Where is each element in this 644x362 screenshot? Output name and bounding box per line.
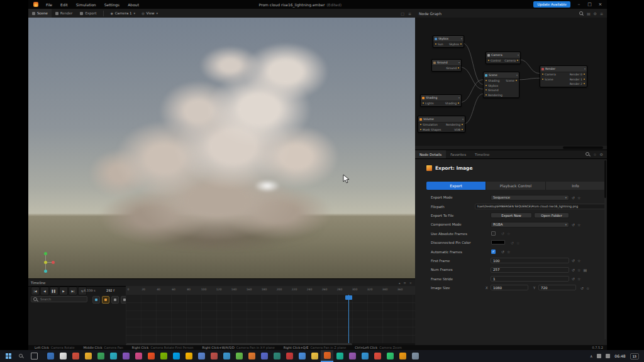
graph-node-shading[interactable]: Shading▾LightsShading xyxy=(420,94,462,107)
menu-icon[interactable]: ≡ xyxy=(600,11,603,16)
expand-icon[interactable]: □ xyxy=(401,11,404,16)
favorite-icon[interactable]: ☆ xyxy=(577,222,580,227)
graph-node-camera[interactable]: Camera▾ControlCamera xyxy=(486,52,521,64)
input-pin[interactable]: Ground xyxy=(486,88,499,93)
num-frames-input[interactable]: 257 xyxy=(491,267,569,273)
output-pin[interactable]: Camera xyxy=(504,58,518,63)
tab-export[interactable]: Export xyxy=(76,9,100,18)
pause-button[interactable]: ▌▌ xyxy=(50,287,58,295)
jump-end-button[interactable]: ▶| xyxy=(69,287,77,295)
taskbar-app-3[interactable] xyxy=(69,350,82,362)
scrollbar-handle[interactable] xyxy=(563,146,603,149)
input-pin[interactable]: Simulation xyxy=(420,123,438,128)
grid-icon[interactable]: ▤ xyxy=(583,268,587,272)
gear-icon[interactable]: ⚙ xyxy=(594,11,597,16)
tray-icon[interactable] xyxy=(597,354,601,358)
image-height-input[interactable]: 720 xyxy=(538,285,576,290)
taskbar-app-11[interactable] xyxy=(170,350,182,362)
input-pin[interactable]: Shading xyxy=(486,79,499,84)
output-pin[interactable]: Render 1 xyxy=(570,77,585,82)
maximize-icon[interactable]: □ xyxy=(584,0,595,9)
taskbar-app-15[interactable] xyxy=(220,350,233,362)
taskbar-app-9[interactable] xyxy=(145,350,157,362)
taskbar-app-17[interactable] xyxy=(245,350,258,362)
playhead-marker[interactable] xyxy=(345,295,352,300)
component-mode-select[interactable]: RGBA ▾ xyxy=(491,222,569,228)
filter-volumes-icon[interactable] xyxy=(111,296,119,304)
image-width-input[interactable]: 1080 xyxy=(491,285,528,290)
camera-select[interactable]: ◉ Camera 1 ▾ xyxy=(107,11,138,15)
graph-node-scene[interactable]: Scene▾ShadingSceneSkyboxGroundRendering xyxy=(483,72,519,98)
playhead-line[interactable] xyxy=(348,295,349,343)
grid-icon[interactable]: ▤ xyxy=(587,11,591,16)
reset-icon[interactable]: ↺ xyxy=(580,286,584,290)
taskbar-app-28[interactable] xyxy=(384,350,396,362)
favorite-icon[interactable]: ☆ xyxy=(507,231,510,236)
taskbar-app-4[interactable] xyxy=(82,350,94,362)
automatic-frames-checkbox[interactable]: ✓ xyxy=(491,250,496,254)
tab-timeline[interactable]: Timeline xyxy=(470,150,494,158)
reset-icon[interactable]: ↺ xyxy=(501,250,504,254)
search-icon[interactable] xyxy=(579,11,584,16)
taskbar-app-14[interactable] xyxy=(208,350,220,362)
open-folder-button[interactable]: Open Folder xyxy=(534,212,569,218)
export-mode-select[interactable]: Sequence ▾ xyxy=(491,195,569,200)
reset-icon[interactable]: ↺ xyxy=(572,258,575,263)
timeline-ruler[interactable]: 0204060801001201401601802002202402602803… xyxy=(126,286,415,295)
taskbar-app-24[interactable] xyxy=(333,350,346,362)
gizmo-center-handle[interactable] xyxy=(44,261,47,264)
graph-node-volume[interactable]: Volume▾SimulationRenderingMask ShapesVDB xyxy=(418,116,465,133)
jump-start-button[interactable]: |◀ xyxy=(31,287,40,295)
gear-icon[interactable]: ⚙ xyxy=(600,152,603,156)
favorite-icon[interactable]: ☆ xyxy=(577,258,580,263)
reset-icon[interactable]: ↺ xyxy=(511,241,514,245)
menu-file[interactable]: File xyxy=(46,3,52,7)
node-header[interactable]: Scene▾ xyxy=(484,72,519,79)
filepath-input[interactable]: hael\Desktop\EMBERGEN SEQUENCE\Prom clou… xyxy=(475,204,606,209)
input-pin[interactable]: Control xyxy=(488,58,501,63)
subtab-info[interactable]: Info xyxy=(546,182,606,190)
notification-button[interactable]: 13 xyxy=(630,353,639,359)
taskbar-app-5[interactable] xyxy=(94,350,107,362)
step-back-button[interactable]: ◀ xyxy=(40,287,49,295)
input-pin[interactable]: Camera xyxy=(542,72,556,77)
export-now-button[interactable]: Export Now xyxy=(491,212,532,218)
subtab-export[interactable]: Export xyxy=(426,182,486,190)
graph-node-ground[interactable]: Ground▾Ground xyxy=(431,59,462,72)
taskbar-app-21[interactable] xyxy=(296,350,308,362)
axis-gizmo[interactable] xyxy=(37,251,56,274)
input-pin[interactable]: Lights xyxy=(423,101,434,106)
favorite-icon[interactable]: ☆ xyxy=(577,195,580,200)
node-header[interactable]: Shading▾ xyxy=(421,95,461,101)
use-absolute-frames-checkbox[interactable] xyxy=(491,231,496,236)
filter-keyframes-icon[interactable] xyxy=(102,296,109,304)
favorite-icon[interactable]: ☆ xyxy=(507,250,510,254)
close-icon[interactable]: × xyxy=(409,281,412,285)
output-pin[interactable]: Render 2 xyxy=(570,82,585,87)
details-vscrollbar[interactable] xyxy=(604,160,606,339)
menu-icon[interactable]: ≡ xyxy=(404,281,406,285)
output-pin[interactable]: Skybox xyxy=(449,42,462,47)
node-header[interactable]: Skybox▾ xyxy=(433,36,464,42)
output-pin[interactable]: VDB xyxy=(454,128,463,133)
viewport-3d[interactable] xyxy=(28,18,415,278)
timeline-tracks[interactable] xyxy=(126,295,415,343)
output-pin[interactable]: Scene xyxy=(506,79,517,84)
input-pin[interactable]: Skybox xyxy=(486,84,498,89)
minimize-icon[interactable]: – xyxy=(574,0,584,9)
taskbar-app-30[interactable] xyxy=(409,350,421,362)
node-graph-canvas[interactable]: Skybox▾SunSkyboxGround▾GroundCamera▾Cont… xyxy=(415,18,607,150)
taskbar-app-19[interactable] xyxy=(270,350,283,362)
timeline-search[interactable] xyxy=(31,296,87,302)
menu-about[interactable]: About xyxy=(128,3,139,7)
search-icon[interactable] xyxy=(586,152,590,156)
taskbar-app-1[interactable] xyxy=(44,350,57,362)
gizmo-z-handle[interactable] xyxy=(44,270,47,273)
favorite-icon[interactable]: ☆ xyxy=(593,152,596,156)
taskbar-app-8[interactable] xyxy=(132,350,145,362)
clock[interactable]: 06:48 xyxy=(614,354,625,358)
favorite-icon[interactable]: ☆ xyxy=(516,241,519,245)
tab-render[interactable]: Render xyxy=(52,9,77,18)
gizmo-y-handle[interactable] xyxy=(44,252,47,255)
subtab-playback-control[interactable]: Playback Control xyxy=(486,182,546,190)
